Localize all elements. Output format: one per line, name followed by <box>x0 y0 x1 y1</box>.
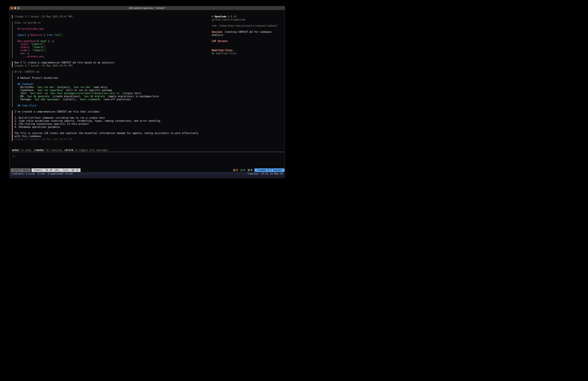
text-token: { <box>26 52 29 55</box>
text-line: cwd: /home/thdxr/dev/projects/radiant/ra… <box>212 24 284 27</box>
titlebar[interactable]: [2/3] radiant:3:opencode - "romulus" <box>9 6 285 10</box>
text-token: import <box>18 34 26 37</box>
text-token: (all) or run in specific package <box>64 89 112 92</box>
diagnostics-counters: ⓦ0ⓘ0ⓗ0 <box>231 169 252 172</box>
text-line: stdin: "inherit", <box>15 43 212 46</box>
diagnostic-light-icon: ⓗ <box>248 169 250 172</box>
minimize-button[interactable] <box>14 7 16 9</box>
tmux-window-list[interactable]: [radiant] 1:nvim 2:zsh- 3:opencode* 4:zs… <box>11 172 246 175</box>
text-token: 2. Code style guidelines covering import… <box>15 119 160 122</box>
text-token: Session <box>212 30 222 33</box>
diagnostic-orange-icon: ⓦ <box>233 169 235 172</box>
text-token <box>15 98 18 101</box>
text-token: . <box>38 55 39 58</box>
text-token <box>15 86 18 89</box>
diagnostic-count: 0 <box>244 169 245 172</box>
text-token: No modified files <box>212 52 236 55</box>
text-token: Now I'll create a comprehensive CONTEXT.… <box>15 61 115 64</box>
text-line: 2. Code style guidelines covering import… <box>15 119 212 123</box>
text-token: - <box>18 89 19 92</box>
text-token: `bun db generate` <box>26 95 51 98</box>
text-token: - <box>18 98 19 101</box>
terminal-frame: Claude 3.7 Sonnet (14 May 2025 03:41 PM)… <box>9 10 285 179</box>
chat-transcript: Claude 3.7 Sonnet (14 May 2025 03:41 PM)… <box>10 10 212 149</box>
text-line <box>15 80 212 83</box>
tmux-host-clock: "romulus" 15:41 14-May-25 <box>246 172 283 175</box>
text-token: `bun run dev` <box>73 86 92 89</box>
text-token <box>15 27 18 30</box>
text-token <box>29 43 30 46</box>
text-token: (create migrations), <box>51 95 83 98</box>
diagnostic-light-counter: ⓗ0 <box>248 169 252 172</box>
text-line: import { Resource } from "sst"; <box>15 34 212 37</box>
text-token: github.com/sst/opencode <box>212 18 245 21</box>
text-token <box>15 43 20 46</box>
zoom-button[interactable] <box>18 7 20 9</box>
text-token <box>15 89 18 92</box>
text-token: `bun run typecheck` <box>36 89 64 92</box>
text-token: env <box>20 52 25 55</box>
text-token: ], { <box>48 40 54 43</box>
text-token: `bun run dev` <box>36 86 55 89</box>
text-token: Modified Files: <box>212 49 233 52</box>
text-line: © OpenCode 0.0.45 <box>212 15 284 18</box>
text-line <box>212 27 284 30</box>
text-token: OpenCode <box>215 15 226 18</box>
text-token: Bun <box>18 40 22 43</box>
text-line <box>15 37 212 40</box>
text-token: `bun test packages/core/test/transaction… <box>50 92 121 95</box>
text-token: : <box>29 46 30 49</box>
text-token: ctrl+h <box>64 149 73 152</box>
text-token: process <box>28 55 38 58</box>
text-token: Test: <box>19 92 29 95</box>
close-button[interactable] <box>11 7 13 9</box>
text-token: (install), <box>61 98 79 101</box>
text-line <box>212 21 284 24</box>
text-line: LSP Servers <box>212 40 284 43</box>
text-line <box>15 113 212 116</box>
text-line: ...process.env, <box>15 55 212 58</box>
text-line: Bun.spawnSync([`psql`], { <box>15 40 212 43</box>
text-token: DB: <box>19 95 26 98</box>
text-token: View: script/db.ts <box>15 21 41 24</box>
status-right: ⓦ0ⓘ0ⓗ0 Claude 3.7 Sonnet <box>231 168 284 172</box>
text-token: or <box>44 92 50 95</box>
text-line <box>15 101 212 104</box>
text-token: "inherit" <box>32 46 45 49</box>
message-block-tool: View: script/db.ts #!/usr/bin/env bun im… <box>12 21 212 58</box>
keybinding-hints: enter to send, \+enter for newline, ctrl… <box>10 149 284 152</box>
text-line: - Package: `bun add <package>` (install)… <box>15 98 212 101</box>
text-line: env: { <box>15 52 212 55</box>
text-token <box>15 49 20 52</box>
text-token: Claude 3.7 Sonnet (14 May 2025 03:41 PM) <box>15 15 73 18</box>
text-line <box>212 46 284 49</box>
tmux-status-bar: [radiant] 1:nvim 2:zsh- 3:opencode* 4:zs… <box>10 172 284 175</box>
text-line: 1. Build/lint/test commands including ho… <box>15 116 212 119</box>
text-token: , <box>44 55 45 58</box>
model-badge: Claude 3.7 Sonnet <box>254 168 284 172</box>
message-block-accent: I've created a comprehensive CONTEXT.md … <box>12 110 212 141</box>
message-input[interactable]: > <box>10 152 284 168</box>
text-token: : <box>29 49 30 52</box>
text-token: ([ <box>36 40 39 43</box>
text-token: spawnSync <box>23 40 36 43</box>
text-token <box>15 104 18 107</box>
text-token: \+enter <box>34 149 44 152</box>
text-token: to send, <box>19 149 34 152</box>
text-token: env <box>39 55 44 58</box>
text-line: github.com/sst/opencode <box>212 18 284 21</box>
text-token: . <box>22 40 23 43</box>
opencode-app: Claude 3.7 Sonnet (14 May 2025 03:41 PM)… <box>10 10 284 172</box>
text-line <box>212 43 284 46</box>
text-token: : <box>28 43 29 46</box>
text-token: with this codebase. <box>15 135 42 138</box>
text-token: (single test) <box>121 92 141 95</box>
text-line: Write: CONTEXT.md <box>15 70 212 73</box>
text-line: I've created a comprehensive CONTEXT.md … <box>15 110 212 113</box>
help-hint-badge: ctrl+? help <box>11 168 30 172</box>
text-token: , <box>44 43 45 46</box>
text-token: Build/Dev: <box>19 86 36 89</box>
text-line: - TypeCheck: `bun run typecheck` (all) o… <box>15 89 212 92</box>
text-token: ## Commands <box>18 83 33 86</box>
text-line: #!/usr/bin/env bun <box>15 27 212 30</box>
